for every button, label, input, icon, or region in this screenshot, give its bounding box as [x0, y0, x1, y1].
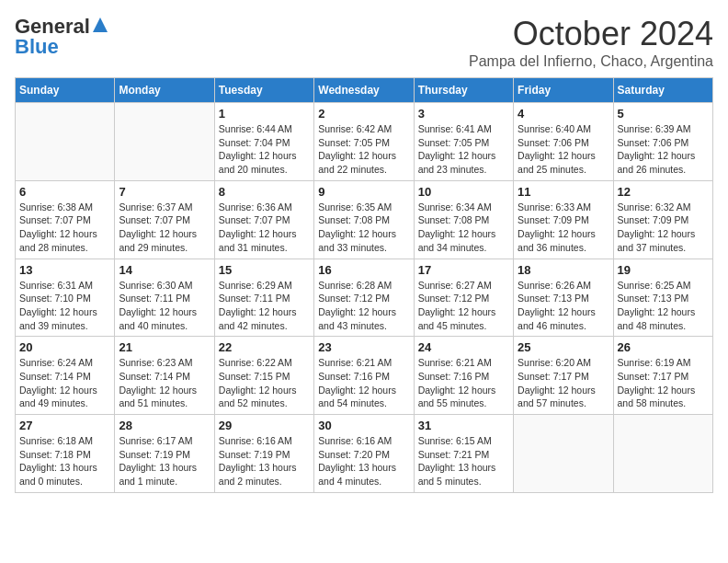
- day-detail: Sunrise: 6:34 AM Sunset: 7:08 PM Dayligh…: [418, 201, 509, 255]
- calendar-cell: 11Sunrise: 6:33 AM Sunset: 7:09 PM Dayli…: [514, 180, 613, 259]
- day-number: 12: [618, 185, 709, 199]
- calendar-cell: [16, 103, 115, 181]
- day-number: 21: [119, 340, 210, 354]
- day-number: 22: [219, 340, 310, 354]
- day-number: 27: [19, 419, 110, 432]
- day-detail: Sunrise: 6:30 AM Sunset: 7:11 PM Dayligh…: [119, 279, 210, 333]
- calendar-cell: 21Sunrise: 6:23 AM Sunset: 7:14 PM Dayli…: [115, 337, 214, 415]
- day-number: 16: [318, 263, 409, 277]
- calendar-cell: 30Sunrise: 6:16 AM Sunset: 7:20 PM Dayli…: [314, 415, 414, 493]
- day-number: 2: [318, 107, 409, 121]
- calendar-week-row: 20Sunrise: 6:24 AM Sunset: 7:14 PM Dayli…: [16, 337, 713, 415]
- day-detail: Sunrise: 6:19 AM Sunset: 7:17 PM Dayligh…: [618, 356, 709, 410]
- calendar-cell: 1Sunrise: 6:44 AM Sunset: 7:04 PM Daylig…: [214, 103, 313, 181]
- calendar-week-row: 27Sunrise: 6:18 AM Sunset: 7:18 PM Dayli…: [16, 415, 713, 493]
- calendar-cell: [115, 103, 214, 181]
- day-detail: Sunrise: 6:31 AM Sunset: 7:10 PM Dayligh…: [19, 279, 110, 333]
- day-detail: Sunrise: 6:42 AM Sunset: 7:05 PM Dayligh…: [318, 122, 409, 177]
- day-number: 18: [518, 263, 609, 277]
- day-number: 6: [19, 185, 110, 199]
- calendar-cell: 20Sunrise: 6:24 AM Sunset: 7:14 PM Dayli…: [16, 337, 115, 415]
- day-detail: Sunrise: 6:26 AM Sunset: 7:13 PM Dayligh…: [518, 279, 609, 333]
- calendar-cell: 10Sunrise: 6:34 AM Sunset: 7:08 PM Dayli…: [414, 180, 513, 259]
- day-detail: Sunrise: 6:33 AM Sunset: 7:09 PM Dayligh…: [518, 201, 609, 255]
- calendar-week-row: 1Sunrise: 6:44 AM Sunset: 7:04 PM Daylig…: [16, 103, 713, 181]
- calendar-cell: 15Sunrise: 6:29 AM Sunset: 7:11 PM Dayli…: [214, 259, 313, 337]
- day-detail: Sunrise: 6:37 AM Sunset: 7:07 PM Dayligh…: [119, 201, 210, 255]
- day-detail: Sunrise: 6:27 AM Sunset: 7:12 PM Dayligh…: [418, 279, 509, 333]
- day-number: 9: [318, 185, 409, 199]
- calendar-cell: 14Sunrise: 6:30 AM Sunset: 7:11 PM Dayli…: [115, 259, 214, 337]
- logo-triangle-icon: [92, 17, 108, 37]
- calendar-cell: [613, 415, 712, 493]
- calendar-cell: 23Sunrise: 6:21 AM Sunset: 7:16 PM Dayli…: [314, 337, 414, 415]
- day-detail: Sunrise: 6:32 AM Sunset: 7:09 PM Dayligh…: [618, 201, 709, 255]
- day-detail: Sunrise: 6:17 AM Sunset: 7:19 PM Dayligh…: [119, 434, 210, 488]
- weekday-header-monday: Monday: [115, 78, 214, 103]
- calendar-cell: 13Sunrise: 6:31 AM Sunset: 7:10 PM Dayli…: [16, 259, 115, 337]
- calendar-cell: 16Sunrise: 6:28 AM Sunset: 7:12 PM Dayli…: [314, 259, 414, 337]
- day-number: 8: [219, 185, 310, 199]
- day-detail: Sunrise: 6:44 AM Sunset: 7:04 PM Dayligh…: [219, 122, 310, 177]
- month-title: October 2024: [469, 15, 713, 53]
- calendar-cell: 29Sunrise: 6:16 AM Sunset: 7:19 PM Dayli…: [214, 415, 313, 493]
- day-number: 4: [518, 107, 609, 121]
- day-detail: Sunrise: 6:38 AM Sunset: 7:07 PM Dayligh…: [19, 201, 110, 255]
- day-detail: Sunrise: 6:29 AM Sunset: 7:11 PM Dayligh…: [219, 279, 310, 333]
- day-detail: Sunrise: 6:15 AM Sunset: 7:21 PM Dayligh…: [418, 434, 509, 488]
- calendar-cell: 4Sunrise: 6:40 AM Sunset: 7:06 PM Daylig…: [514, 103, 613, 181]
- page-header: General Blue October 2024 Pampa del Infi…: [15, 15, 713, 70]
- day-number: 29: [219, 419, 310, 432]
- day-number: 26: [618, 340, 709, 354]
- day-detail: Sunrise: 6:22 AM Sunset: 7:15 PM Dayligh…: [219, 356, 310, 410]
- day-number: 3: [418, 107, 509, 121]
- calendar-cell: 2Sunrise: 6:42 AM Sunset: 7:05 PM Daylig…: [314, 103, 414, 181]
- calendar-cell: 27Sunrise: 6:18 AM Sunset: 7:18 PM Dayli…: [16, 415, 115, 493]
- weekday-header-wednesday: Wednesday: [314, 78, 414, 103]
- weekday-header-friday: Friday: [514, 78, 613, 103]
- weekday-header-sunday: Sunday: [16, 78, 115, 103]
- day-detail: Sunrise: 6:20 AM Sunset: 7:17 PM Dayligh…: [518, 356, 609, 410]
- day-detail: Sunrise: 6:39 AM Sunset: 7:06 PM Dayligh…: [618, 122, 709, 177]
- weekday-header-row: SundayMondayTuesdayWednesdayThursdayFrid…: [16, 78, 713, 103]
- svg-marker-0: [93, 17, 108, 32]
- weekday-header-thursday: Thursday: [414, 78, 513, 103]
- calendar-cell: 25Sunrise: 6:20 AM Sunset: 7:17 PM Dayli…: [514, 337, 613, 415]
- calendar-table: SundayMondayTuesdayWednesdayThursdayFrid…: [15, 77, 713, 493]
- title-block: October 2024 Pampa del Infierno, Chaco, …: [469, 15, 713, 70]
- calendar-cell: 8Sunrise: 6:36 AM Sunset: 7:07 PM Daylig…: [214, 180, 313, 259]
- calendar-cell: 3Sunrise: 6:41 AM Sunset: 7:05 PM Daylig…: [414, 103, 513, 181]
- calendar-cell: 5Sunrise: 6:39 AM Sunset: 7:06 PM Daylig…: [613, 103, 712, 181]
- day-detail: Sunrise: 6:40 AM Sunset: 7:06 PM Dayligh…: [518, 122, 609, 177]
- day-number: 23: [318, 340, 409, 354]
- day-number: 25: [518, 340, 609, 354]
- day-number: 7: [119, 185, 210, 199]
- day-number: 17: [418, 263, 509, 277]
- day-detail: Sunrise: 6:36 AM Sunset: 7:07 PM Dayligh…: [219, 201, 310, 255]
- weekday-header-tuesday: Tuesday: [214, 78, 313, 103]
- day-detail: Sunrise: 6:35 AM Sunset: 7:08 PM Dayligh…: [318, 201, 409, 255]
- logo-blue-text: Blue: [15, 35, 59, 59]
- calendar-cell: 28Sunrise: 6:17 AM Sunset: 7:19 PM Dayli…: [115, 415, 214, 493]
- day-number: 31: [418, 419, 509, 432]
- day-number: 5: [618, 107, 709, 121]
- day-detail: Sunrise: 6:24 AM Sunset: 7:14 PM Dayligh…: [19, 356, 110, 410]
- day-number: 20: [19, 340, 110, 354]
- location-subtitle: Pampa del Infierno, Chaco, Argentina: [469, 53, 713, 70]
- day-number: 19: [618, 263, 709, 277]
- logo: General Blue: [15, 15, 108, 59]
- day-detail: Sunrise: 6:23 AM Sunset: 7:14 PM Dayligh…: [119, 356, 210, 410]
- day-detail: Sunrise: 6:21 AM Sunset: 7:16 PM Dayligh…: [418, 356, 509, 410]
- day-detail: Sunrise: 6:16 AM Sunset: 7:20 PM Dayligh…: [318, 434, 409, 488]
- calendar-cell: 31Sunrise: 6:15 AM Sunset: 7:21 PM Dayli…: [414, 415, 513, 493]
- day-detail: Sunrise: 6:25 AM Sunset: 7:13 PM Dayligh…: [618, 279, 709, 333]
- calendar-cell: 18Sunrise: 6:26 AM Sunset: 7:13 PM Dayli…: [514, 259, 613, 337]
- calendar-cell: 12Sunrise: 6:32 AM Sunset: 7:09 PM Dayli…: [613, 180, 712, 259]
- day-number: 30: [318, 419, 409, 432]
- day-number: 15: [219, 263, 310, 277]
- calendar-cell: 24Sunrise: 6:21 AM Sunset: 7:16 PM Dayli…: [414, 337, 513, 415]
- calendar-cell: 26Sunrise: 6:19 AM Sunset: 7:17 PM Dayli…: [613, 337, 712, 415]
- day-number: 24: [418, 340, 509, 354]
- day-detail: Sunrise: 6:18 AM Sunset: 7:18 PM Dayligh…: [19, 434, 110, 488]
- day-detail: Sunrise: 6:41 AM Sunset: 7:05 PM Dayligh…: [418, 122, 509, 177]
